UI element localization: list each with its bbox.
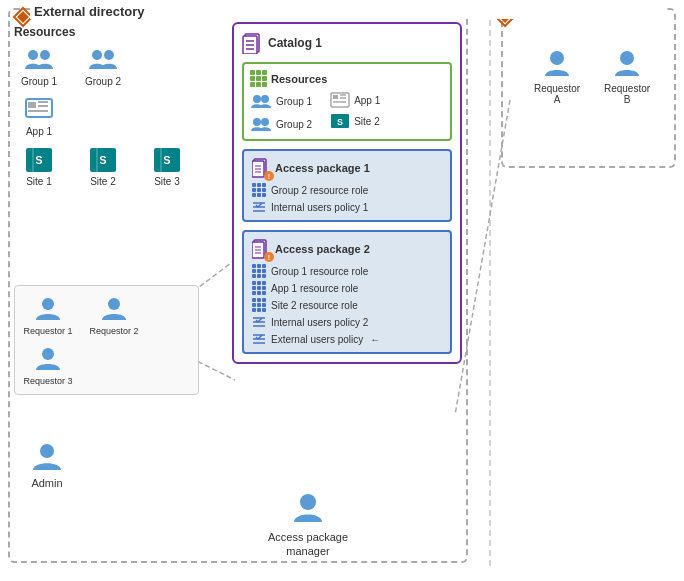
arrow-indicator: ← [370, 334, 380, 345]
svg-text:S: S [337, 117, 343, 127]
admin-label: Admin [31, 477, 62, 489]
pkg2-role2: App 1 resource role [252, 281, 442, 295]
pkg2-role3: Site 2 resource role [252, 298, 442, 312]
svg-point-11 [40, 50, 50, 60]
svg-point-31 [40, 444, 54, 458]
requestor-2: Requestor 2 [89, 294, 139, 336]
pkg2-title-text: Access package 2 [275, 243, 370, 255]
group-row: Group 1 Group 2 [14, 45, 199, 87]
pkg2-policy2: External users policy ← [252, 332, 442, 346]
admin-section: Admin [30, 440, 64, 489]
svg-rect-45 [333, 95, 338, 99]
resource-group1: Group 1 [14, 45, 64, 87]
pkg1-title: ! Access package 1 [252, 157, 442, 179]
catalog-box: Catalog 1 Resources [232, 22, 462, 364]
catalog-app1-item: App 1 [330, 92, 380, 108]
pkg1-resource-role: Group 2 resource role [252, 183, 442, 197]
svg-rect-15 [28, 102, 36, 108]
pkg2-role1: Group 1 resource role [252, 264, 442, 278]
resource-site1: S Site 1 [14, 147, 64, 187]
external-dir-label: External directory [30, 4, 664, 19]
pkg1-title-text: Access package 1 [275, 162, 370, 174]
catalog-title: Catalog 1 [242, 32, 452, 54]
catalog-group1-item: Group 1 [250, 92, 312, 110]
pkg2-title: ! Access package 2 [252, 238, 442, 260]
requestors-row1: Requestor 1 Requestor 2 [23, 294, 190, 336]
svg-point-70 [300, 494, 316, 510]
resources-section: Resources Group 1 Group 2 [14, 25, 199, 197]
catalog-group2-item: Group 2 [250, 115, 312, 133]
svg-point-29 [108, 298, 120, 310]
catalog-res-left: Group 1 Group 2 [250, 92, 312, 133]
svg-point-12 [92, 50, 102, 60]
svg-point-40 [253, 95, 261, 103]
catalog-res-right: App 1 S Site 2 [330, 92, 380, 133]
svg-point-30 [42, 348, 54, 360]
catalog-resources-title: Resources [250, 70, 444, 87]
requestor-1: Requestor 1 [23, 294, 73, 336]
svg-point-42 [253, 118, 261, 126]
site-row: S Site 1 S Site 2 S Site 3 [14, 147, 199, 187]
resource-site2: S Site 2 [78, 147, 128, 187]
svg-point-43 [261, 118, 269, 126]
catalog-resources-box: Resources Group 1 [242, 62, 452, 141]
resource-site3: S Site 3 [142, 147, 192, 187]
requestor-b: Requestor B [602, 48, 652, 105]
svg-point-28 [42, 298, 54, 310]
svg-point-8 [550, 51, 564, 65]
catalog-resources-label: Resources [271, 73, 327, 85]
svg-point-9 [620, 51, 634, 65]
access-package-1: ! Access package 1 Group 2 [242, 149, 452, 222]
catalog-resources-items: Group 1 Group 2 [250, 92, 444, 133]
pkg-manager-label: Access packagemanager [268, 530, 348, 559]
svg-text:S: S [163, 154, 170, 166]
requestors-row2: Requestor 3 [23, 344, 190, 386]
pkg1-policy: Internal users policy 1 [252, 200, 442, 214]
resource-group2: Group 2 [78, 45, 128, 87]
svg-text:S: S [35, 154, 42, 166]
svg-text:S: S [99, 154, 106, 166]
requestor-3: Requestor 3 [23, 344, 73, 386]
app-row: App 1 [14, 97, 199, 137]
external-requestors: Requestor A Requestor B [512, 28, 672, 115]
diagram: Resource directory External directory Re… [0, 0, 684, 581]
access-pkg-manager: Access packagemanager [268, 490, 348, 559]
requestor-a: Requestor A [532, 48, 582, 105]
catalog-site2-item: S Site 2 [330, 113, 380, 129]
pkg2-policy1: Internal users policy 2 [252, 315, 442, 329]
requestors-box: Requestor 1 Requestor 2 Requestor 3 [14, 285, 199, 395]
svg-point-41 [261, 95, 269, 103]
resources-title: Resources [14, 25, 199, 39]
resource-app1: App 1 [14, 97, 64, 137]
catalog-title-text: Catalog 1 [268, 36, 322, 50]
svg-point-10 [28, 50, 38, 60]
svg-point-13 [104, 50, 114, 60]
access-package-2: ! Access package 2 Group 1 [242, 230, 452, 354]
